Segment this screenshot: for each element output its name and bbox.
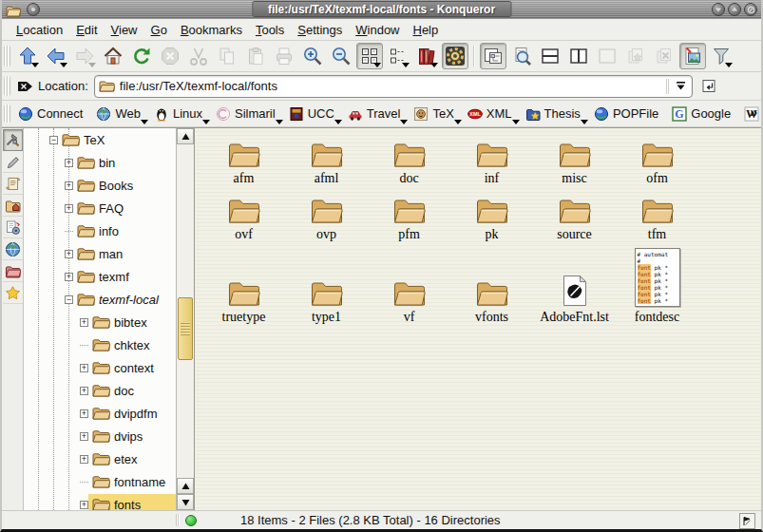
- icon-view-button[interactable]: [356, 43, 383, 69]
- gear-button[interactable]: [442, 43, 468, 69]
- file-item-vf[interactable]: vf: [368, 246, 450, 325]
- tree-expander-minus[interactable]: −: [65, 295, 73, 304]
- tree-item-bin[interactable]: +bin: [24, 151, 176, 174]
- location-dropdown-button[interactable]: [673, 78, 690, 95]
- bookmark-thesis[interactable]: Thesis: [522, 103, 588, 125]
- tree-expander-plus[interactable]: +: [80, 364, 88, 372]
- minimize-button[interactable]: [712, 3, 725, 16]
- toolbar-grip[interactable]: [4, 46, 10, 66]
- split-vertical-button[interactable]: [565, 43, 592, 69]
- bookmark-connect[interactable]: Connect: [14, 103, 90, 125]
- file-item-truetype[interactable]: truetype: [202, 246, 285, 325]
- menu-edit[interactable]: Edit: [69, 21, 104, 39]
- go-button[interactable]: [696, 75, 721, 98]
- tree-expander-plus[interactable]: +: [80, 455, 88, 464]
- tree-expander-plus[interactable]: +: [80, 409, 88, 418]
- file-item-source[interactable]: source: [533, 190, 616, 242]
- bookmark-google[interactable]: GGoogle: [668, 103, 738, 125]
- tree-item-bibtex[interactable]: +bibtex: [24, 311, 176, 333]
- home-button[interactable]: [100, 43, 126, 69]
- menu-window[interactable]: Window: [349, 21, 406, 39]
- tree-expander-plus[interactable]: +: [65, 273, 73, 281]
- tree-item-faq[interactable]: +FAQ: [24, 197, 176, 219]
- file-item-tfm[interactable]: tfm: [616, 190, 698, 242]
- scroll-down-button[interactable]: [177, 494, 194, 510]
- bookmark-silmaril[interactable]: Silmaril: [212, 103, 283, 125]
- tree-expander-plus[interactable]: +: [80, 501, 88, 509]
- sidebar-tab-home-folder[interactable]: [3, 195, 23, 217]
- file-item-pk[interactable]: pk: [450, 190, 533, 242]
- scroll-up-button-2[interactable]: [177, 478, 194, 494]
- menu-tools[interactable]: Tools: [249, 21, 291, 39]
- scrollbar-thumb[interactable]: [178, 297, 193, 360]
- tree-item-context[interactable]: +context: [24, 356, 176, 379]
- menu-go[interactable]: Go: [144, 21, 174, 39]
- file-item-ofm[interactable]: ofm: [616, 134, 698, 186]
- list-view-button[interactable]: [385, 43, 411, 69]
- file-item-misc[interactable]: misc: [533, 134, 616, 186]
- tree-item-dvips[interactable]: +dvips: [24, 425, 176, 447]
- tree-item-info[interactable]: info: [24, 219, 176, 242]
- file-item-fontdesc[interactable]: # automat#font pk *font pk *font pk *fon…: [616, 246, 698, 325]
- split-horizontal-button[interactable]: [537, 43, 563, 69]
- tree-item-fonts[interactable]: +fonts: [24, 493, 176, 510]
- reload-button[interactable]: [128, 43, 155, 69]
- sidebar-tab-network-globe[interactable]: [3, 238, 23, 260]
- zoom-out-button[interactable]: [328, 43, 354, 69]
- location-input[interactable]: file:/usr/TeX/texmf-local/fonts: [94, 75, 693, 98]
- sidebar-tab-red-folder[interactable]: [3, 260, 23, 282]
- up-arrow-button[interactable]: [14, 43, 41, 69]
- bookmark-xml[interactable]: XMLXML: [464, 103, 520, 125]
- file-item-pfm[interactable]: pfm: [368, 190, 450, 242]
- file-item-doc[interactable]: doc: [368, 134, 450, 186]
- file-item-adobefnt-lst[interactable]: AdobeFnt.lst: [533, 246, 616, 325]
- bookmark-popfile[interactable]: POPFile: [590, 103, 666, 125]
- sticky-button[interactable]: [27, 3, 40, 16]
- file-item-inf[interactable]: inf: [450, 134, 533, 186]
- bookmark-linux[interactable]: Linux: [150, 103, 210, 125]
- bookmark-tex[interactable]: TeX: [410, 103, 461, 125]
- sidebar-tab-history-scroll[interactable]: [3, 173, 23, 195]
- tree-item-doc[interactable]: +doc: [24, 379, 176, 402]
- back-arrow-button[interactable]: [43, 43, 69, 69]
- titlebar[interactable]: file:/usr/TeX/texmf-local/fonts - Konque…: [2, 0, 761, 19]
- sidebar-panel-button[interactable]: [480, 43, 506, 69]
- bookmarks-overflow-chevron[interactable]: »: [750, 104, 757, 120]
- file-item-vfonts[interactable]: vfonts: [450, 246, 533, 325]
- bookmark-travel[interactable]: Travel: [344, 103, 409, 125]
- menu-help[interactable]: Help: [407, 21, 446, 39]
- bookmark-web[interactable]: Web: [92, 103, 148, 125]
- menu-view[interactable]: View: [105, 21, 144, 39]
- tree-expander-minus[interactable]: −: [49, 136, 58, 144]
- tree-item-texmf[interactable]: +texmf: [24, 265, 176, 288]
- scrollbar-track[interactable]: [177, 144, 194, 478]
- filter-button[interactable]: [708, 43, 734, 69]
- bookmark-ucc[interactable]: UCC: [285, 103, 342, 125]
- file-item-afml[interactable]: afml: [285, 134, 368, 186]
- tree-item-fontname[interactable]: fontname: [24, 470, 176, 493]
- tree-expander-plus[interactable]: +: [65, 159, 73, 167]
- sidebar-tab-services[interactable]: [3, 217, 23, 238]
- tree-expander-plus[interactable]: +: [80, 387, 88, 395]
- file-item-type1[interactable]: type1: [285, 246, 368, 325]
- close-button[interactable]: [744, 3, 757, 16]
- sidebar-tab-pencil[interactable]: [3, 151, 23, 173]
- maximize-button[interactable]: [728, 3, 741, 16]
- tree-item-etex[interactable]: +etex: [24, 447, 176, 470]
- sidebar-tab-bookmarks-star[interactable]: [3, 282, 23, 304]
- scroll-up-button[interactable]: [177, 128, 194, 144]
- tree-expander-plus[interactable]: +: [80, 318, 88, 327]
- tree-item-dvipdfm[interactable]: +dvipdfm: [24, 402, 176, 425]
- tree-expander-plus[interactable]: +: [65, 181, 73, 190]
- tree-expander-plus[interactable]: +: [65, 250, 73, 258]
- menu-location[interactable]: Location: [10, 21, 69, 39]
- menu-settings[interactable]: Settings: [291, 21, 349, 39]
- tree-expander-plus[interactable]: +: [80, 432, 88, 441]
- active-view-flag-icon[interactable]: [739, 513, 755, 529]
- tree-scrollbar[interactable]: [176, 128, 194, 510]
- sidebar-tab-configure-tools[interactable]: [3, 129, 23, 151]
- file-item-ovf[interactable]: ovf: [202, 190, 285, 242]
- tree-item-tex[interactable]: −TeX: [24, 128, 176, 151]
- bookcase-button[interactable]: [413, 43, 440, 69]
- image-preview-button[interactable]: [679, 43, 706, 69]
